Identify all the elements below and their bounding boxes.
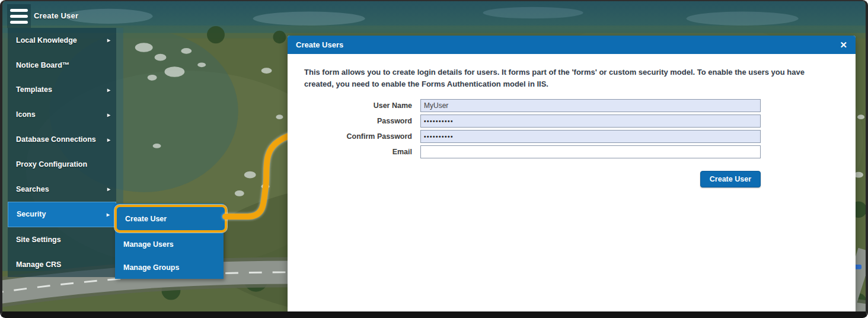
submenu-item-create-user[interactable]: Create User — [114, 205, 227, 233]
confirm-password-label: Confirm Password — [347, 132, 412, 141]
hamburger-icon — [10, 9, 28, 12]
sidebar-item-notice-board[interactable]: Notice Board™ — [8, 53, 116, 78]
dialog-title: Create Users — [296, 40, 343, 49]
sidebar-item-searches[interactable]: Searches ▸ — [8, 177, 116, 202]
sidebar-item-templates[interactable]: Templates ▸ — [8, 78, 116, 103]
username-label: User Name — [374, 101, 412, 110]
submenu-item-manage-users[interactable]: Manage Users — [115, 233, 224, 256]
sidebar: Local Knowledge ▸ Notice Board™ Template… — [8, 28, 116, 277]
chevron-right-icon: ▸ — [107, 87, 110, 93]
chevron-right-icon: ▸ — [107, 112, 110, 118]
sidebar-item-database-connections[interactable]: Database Connections ▸ — [8, 127, 116, 152]
sidebar-item-icons[interactable]: Icons ▸ — [8, 102, 116, 127]
dialog-titlebar: Create Users ✕ — [288, 36, 856, 54]
app-window: Create User Local Knowledge ▸ Notice Boa… — [0, 0, 868, 318]
password-input[interactable] — [420, 115, 761, 128]
sidebar-item-manage-crs[interactable]: Manage CRS — [8, 252, 116, 277]
sidebar-item-security[interactable]: Security ▸ — [8, 202, 116, 228]
chevron-right-icon: ▸ — [107, 186, 110, 192]
menu-toggle-button[interactable] — [7, 4, 31, 28]
sidebar-item-local-knowledge[interactable]: Local Knowledge ▸ — [8, 28, 116, 53]
create-user-form: User Name Password Confirm Password Emai… — [288, 99, 856, 158]
page-title: Create User — [34, 11, 78, 20]
email-label: Email — [392, 148, 412, 156]
password-label: Password — [377, 117, 412, 125]
security-submenu: Create User Manage Users Manage Groups — [115, 203, 224, 279]
confirm-password-input[interactable] — [420, 130, 761, 143]
close-icon[interactable]: ✕ — [840, 40, 847, 49]
chevron-right-icon: ▸ — [107, 37, 110, 43]
email-input[interactable] — [420, 145, 761, 158]
dialog-actions: Create User — [288, 171, 856, 187]
create-user-button[interactable]: Create User — [700, 171, 761, 187]
dialog-description: This form allows you to create login det… — [288, 54, 856, 90]
sidebar-item-site-settings[interactable]: Site Settings — [8, 227, 116, 252]
create-users-dialog: Create Users ✕ This form allows you to c… — [288, 36, 856, 311]
chevron-right-icon: ▸ — [107, 136, 110, 143]
sidebar-item-proxy-configuration[interactable]: Proxy Configuration — [8, 152, 116, 177]
chevron-right-icon: ▸ — [107, 211, 110, 218]
submenu-item-manage-groups[interactable]: Manage Groups — [115, 256, 224, 279]
username-input[interactable] — [420, 99, 761, 112]
